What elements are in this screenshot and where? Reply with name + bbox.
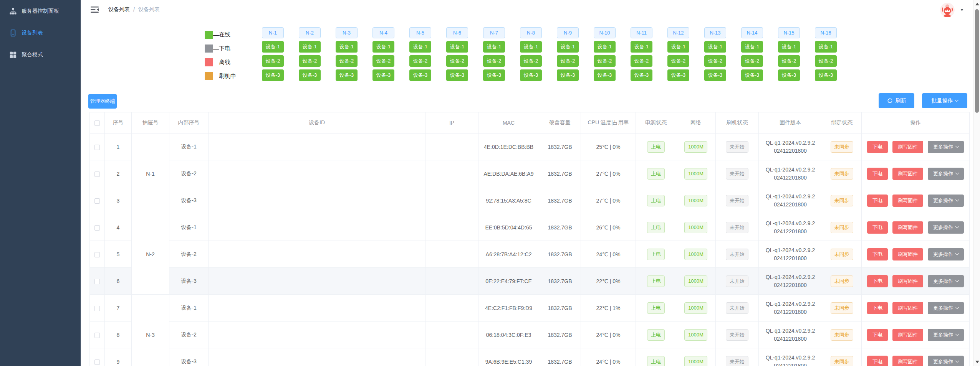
device-button[interactable]: 设备-1 [372,41,394,53]
node-button[interactable]: N-7 [483,27,505,38]
power-off-button[interactable]: 下电 [867,248,888,260]
flash-firmware-button[interactable]: 刷写固件 [892,195,923,207]
device-button[interactable]: 设备-2 [336,55,358,67]
flash-firmware-button[interactable]: 刷写固件 [892,329,923,341]
node-button[interactable]: N-5 [409,27,431,38]
power-off-button[interactable]: 下电 [867,221,888,234]
row-checkbox[interactable] [94,198,100,204]
device-button[interactable]: 设备-1 [483,41,505,53]
node-button[interactable]: N-6 [446,27,468,38]
device-button[interactable]: 设备-3 [483,69,505,81]
flash-firmware-button[interactable]: 刷写固件 [892,302,923,314]
row-checkbox[interactable] [94,225,100,231]
device-button[interactable]: 设备-1 [594,41,616,53]
more-actions-button[interactable]: 更多操作 [928,356,964,366]
user-dropdown-caret-icon[interactable] [960,9,963,11]
device-button[interactable]: 设备-3 [594,69,616,81]
device-button[interactable]: 设备-3 [557,69,579,81]
node-button[interactable]: N-8 [520,27,542,38]
row-checkbox[interactable] [94,333,100,338]
node-button[interactable]: N-16 [815,27,837,38]
device-button[interactable]: 设备-2 [446,55,468,67]
device-button[interactable]: 设备-3 [372,69,394,81]
sidebar-item-server-control-panel[interactable]: 服务器控制面板 [0,0,81,22]
node-button[interactable]: N-12 [667,27,689,38]
row-checkbox[interactable] [94,279,100,284]
device-button[interactable]: 设备-2 [483,55,505,67]
node-button[interactable]: N-13 [704,27,726,38]
device-button[interactable]: 设备-1 [336,41,358,53]
node-button[interactable]: N-3 [336,27,358,38]
device-button[interactable]: 设备-3 [815,69,837,81]
device-button[interactable]: 设备-1 [557,41,579,53]
power-off-button[interactable]: 下电 [867,168,888,180]
node-button[interactable]: N-11 [631,27,652,38]
device-button[interactable]: 设备-3 [299,69,321,81]
scrollbar-thumb[interactable] [975,9,979,113]
node-button[interactable]: N-15 [778,27,800,38]
device-button[interactable]: 设备-1 [409,41,431,53]
sidebar-item-aggregate-mode[interactable]: 聚合模式 [0,44,81,66]
device-button[interactable]: 设备-3 [336,69,358,81]
power-off-button[interactable]: 下电 [867,195,888,207]
power-off-button[interactable]: 下电 [867,302,888,314]
flash-firmware-button[interactable]: 刷写固件 [892,141,923,153]
device-button[interactable]: 设备-3 [631,69,652,81]
flash-firmware-button[interactable]: 刷写固件 [892,221,923,234]
scrollbar-down-arrow-icon[interactable] [975,361,979,363]
device-button[interactable]: 设备-2 [557,55,579,67]
manager-terminal-button[interactable]: 管理器终端 [88,94,117,109]
node-button[interactable]: N-10 [594,27,616,38]
device-button[interactable]: 设备-1 [704,41,726,53]
device-button[interactable]: 设备-3 [778,69,800,81]
flash-firmware-button[interactable]: 刷写固件 [892,356,923,366]
device-button[interactable]: 设备-3 [409,69,431,81]
device-button[interactable]: 设备-2 [667,55,689,67]
sidebar-collapse-icon[interactable] [91,6,99,13]
device-button[interactable]: 设备-1 [262,41,284,53]
row-checkbox[interactable] [94,306,100,311]
device-button[interactable]: 设备-2 [372,55,394,67]
row-checkbox[interactable] [94,171,100,177]
device-button[interactable]: 设备-2 [704,55,726,67]
device-button[interactable]: 设备-2 [741,55,763,67]
batch-operations-button[interactable]: 批量操作 [922,93,967,108]
more-actions-button[interactable]: 更多操作 [928,168,964,180]
device-button[interactable]: 设备-1 [778,41,800,53]
device-button[interactable]: 设备-2 [299,55,321,67]
power-off-button[interactable]: 下电 [867,141,888,153]
node-button[interactable]: N-2 [299,27,321,38]
more-actions-button[interactable]: 更多操作 [928,221,964,234]
flash-firmware-button[interactable]: 刷写固件 [892,275,923,287]
more-actions-button[interactable]: 更多操作 [928,329,964,341]
node-button[interactable]: N-14 [741,27,763,38]
more-actions-button[interactable]: 更多操作 [928,248,964,260]
device-button[interactable]: 设备-1 [446,41,468,53]
device-button[interactable]: 设备-1 [520,41,542,53]
node-button[interactable]: N-9 [557,27,579,38]
power-off-button[interactable]: 下电 [867,329,888,341]
breadcrumb-item-device-list[interactable]: 设备列表 [108,6,130,13]
flash-firmware-button[interactable]: 刷写固件 [892,168,923,180]
row-checkbox[interactable] [94,252,100,257]
device-button[interactable]: 设备-1 [299,41,321,53]
device-button[interactable]: 设备-2 [594,55,616,67]
row-checkbox[interactable] [94,145,100,150]
more-actions-button[interactable]: 更多操作 [928,275,964,287]
node-button[interactable]: N-4 [372,27,394,38]
more-actions-button[interactable]: 更多操作 [928,141,964,153]
avatar[interactable] [940,3,955,17]
device-button[interactable]: 设备-3 [667,69,689,81]
select-all-checkbox[interactable] [94,120,100,126]
device-button[interactable]: 设备-1 [667,41,689,53]
device-button[interactable]: 设备-3 [262,69,284,81]
device-button[interactable]: 设备-2 [520,55,542,67]
device-button[interactable]: 设备-1 [815,41,837,53]
device-button[interactable]: 设备-3 [520,69,542,81]
device-button[interactable]: 设备-2 [262,55,284,67]
sidebar-item-device-list[interactable]: 设备列表 [0,22,81,44]
row-checkbox[interactable] [94,359,100,365]
device-button[interactable]: 设备-3 [446,69,468,81]
device-button[interactable]: 设备-2 [778,55,800,67]
power-off-button[interactable]: 下电 [867,356,888,366]
